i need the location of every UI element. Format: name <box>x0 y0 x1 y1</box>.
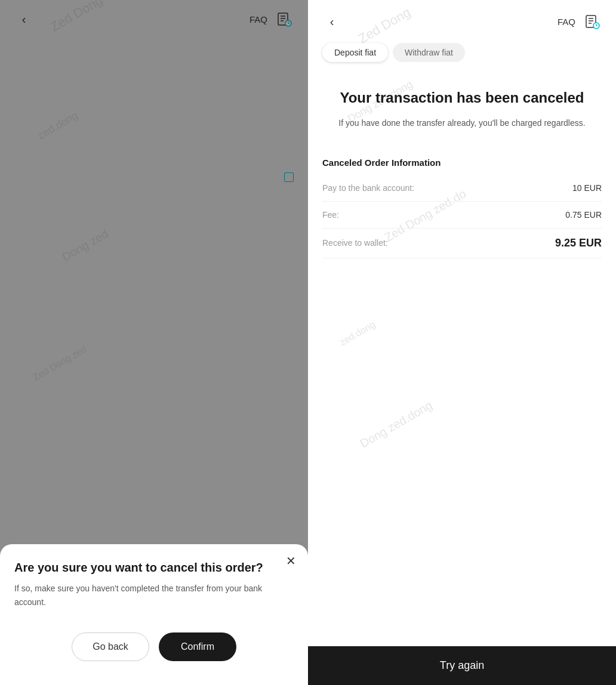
fee-row: Fee: 0.75 EUR <box>322 202 602 229</box>
confirm-button[interactable]: Confirm <box>159 632 236 661</box>
modal-overlay: ✕ Are you sure you want to cancel this o… <box>0 0 308 685</box>
modal-sheet: ✕ Are you sure you want to cancel this o… <box>0 544 308 685</box>
fee-value: 0.75 EUR <box>565 210 602 220</box>
modal-title: Are you sure you want to cancel this ord… <box>14 561 294 575</box>
right-history-icon[interactable] <box>583 12 602 31</box>
modal-description: If so, make sure you haven't completed t… <box>14 582 294 609</box>
fee-label: Fee: <box>322 210 339 220</box>
canceled-title: Your transaction has been canceled <box>327 88 597 107</box>
pay-bank-value: 10 EUR <box>572 183 602 193</box>
right-faq-link[interactable]: FAQ <box>558 17 575 27</box>
go-back-button[interactable]: Go back <box>72 632 149 661</box>
right-faq-area: FAQ <box>558 12 602 31</box>
canceled-section: Your transaction has been canceled If yo… <box>308 76 616 148</box>
receive-wallet-row: Receive to wallet: 9.25 EUR <box>322 229 602 258</box>
receive-wallet-value: 9.25 EUR <box>555 237 602 249</box>
watermark-right-4: zed.dong <box>338 319 377 348</box>
right-panel: Zed Dong Dong zed.dong Zed Dong zed.do z… <box>308 0 616 685</box>
order-info-section: Canceled Order Information Pay to the ba… <box>308 148 616 258</box>
right-content: ‹ FAQ Deposit fiat Withd <box>308 0 616 258</box>
receive-wallet-label: Receive to wallet: <box>322 238 388 248</box>
try-again-button[interactable]: Try again <box>308 646 616 685</box>
order-info-title: Canceled Order Information <box>322 148 602 175</box>
canceled-subtitle: If you have done the transfer already, y… <box>327 116 597 129</box>
left-panel: Zed Dong zed.dong Dong zed Zed Dong zed … <box>0 0 308 685</box>
modal-buttons: Go back Confirm <box>14 632 294 661</box>
watermark-right-5: Dong zed.dong <box>358 399 435 451</box>
pay-bank-label: Pay to the bank account: <box>322 183 414 193</box>
tab-deposit-fiat-right[interactable]: Deposit fiat <box>322 43 388 62</box>
right-header: ‹ FAQ <box>308 0 616 38</box>
pay-bank-row: Pay to the bank account: 10 EUR <box>322 175 602 202</box>
right-back-button[interactable]: ‹ <box>322 12 341 31</box>
right-tabs: Deposit fiat Withdraw fiat <box>308 38 616 76</box>
modal-close-button[interactable]: ✕ <box>286 554 296 568</box>
tab-withdraw-fiat-right[interactable]: Withdraw fiat <box>393 43 465 62</box>
